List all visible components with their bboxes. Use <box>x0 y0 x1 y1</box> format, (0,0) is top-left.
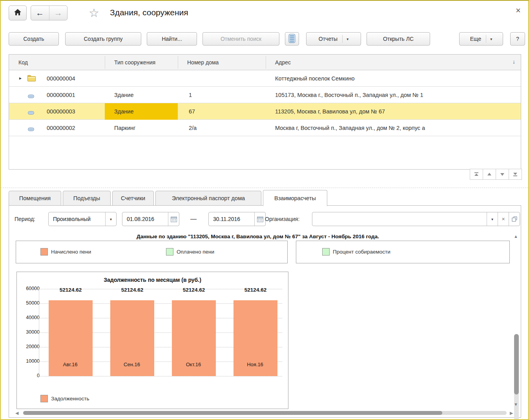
cancel-search-button[interactable]: Отменить поиск <box>202 32 279 46</box>
scroll-to-top-button[interactable] <box>470 169 483 180</box>
forward-button[interactable]: → <box>49 6 67 20</box>
table-row[interactable]: 000000001 Здание 1 105173, Москва г., Во… <box>9 87 521 103</box>
close-icon[interactable]: × <box>516 5 521 16</box>
expand-icon[interactable]: ▸ <box>19 75 22 81</box>
bar-value-label: 52124.62 <box>107 287 158 293</box>
period-select-value: Произвольный <box>49 216 105 222</box>
vertical-scroll-thumb[interactable] <box>514 334 519 394</box>
debt-bar-chart: Задолженность по месяцам (в руб.) 60000 … <box>16 272 288 409</box>
help-button[interactable]: ? <box>510 32 525 46</box>
cell-house-number[interactable]: 2/а <box>189 120 197 136</box>
horizontal-scroll-thumb[interactable] <box>23 411 442 415</box>
open-ls-button[interactable]: Открыть ЛС <box>367 32 430 46</box>
chart-legend-item: Задолженность <box>40 395 89 402</box>
home-button[interactable] <box>9 5 27 20</box>
collection-color-swatch <box>322 248 330 256</box>
tab-entrances[interactable]: Подъезды <box>63 191 111 206</box>
create-group-button[interactable]: Создать группу <box>65 32 141 46</box>
column-separator <box>178 56 178 69</box>
x-tick-label: Сен.16 <box>110 362 154 367</box>
table-row-selected[interactable]: 000000003 Здание 67 113205, Москва г, Ва… <box>9 103 521 120</box>
scrollbar-up-icon[interactable]: ▲ <box>514 234 518 239</box>
vertical-scrollbar[interactable]: ▲ ▼ <box>512 234 521 409</box>
period-dropdown-icon[interactable]: ▾ <box>105 212 116 226</box>
legend-item-paid: Оплачено пени <box>166 248 214 256</box>
scrollbar-right-icon[interactable]: ▶ <box>510 411 513 416</box>
buildings-table: Код Тип сооружения Номер дома Адрес ↓ ▸ … <box>9 54 521 170</box>
calendar-icon[interactable] <box>168 212 179 226</box>
organization-label: Организация: <box>265 216 299 222</box>
cell-type[interactable]: Здание <box>114 87 133 103</box>
more-dropdown-icon[interactable]: ▾ <box>486 35 492 43</box>
cancel-search-button-label: Отменить поиск <box>221 36 261 42</box>
y-tick-label: 50000 <box>19 300 40 306</box>
debt-color-swatch <box>40 395 48 402</box>
pane-splitter[interactable] <box>1 188 528 188</box>
cell-code[interactable]: 000000001 <box>47 87 75 103</box>
organization-field[interactable]: ▾ × <box>312 212 520 226</box>
table-row-group[interactable]: ▸ 000000004 Коттеджный поселок Семкино <box>9 70 521 87</box>
reports-button[interactable]: Отчеты ▾ <box>306 32 361 46</box>
back-button[interactable]: ← <box>31 6 49 20</box>
column-header-house-number[interactable]: Номер дома <box>178 55 266 70</box>
favorite-star-icon[interactable]: ☆ <box>89 6 99 20</box>
sort-desc-icon[interactable]: ↓ <box>513 58 515 65</box>
building-item-icon <box>28 126 34 132</box>
cell-address[interactable]: Москва г, Восточный п., Западная ул., до… <box>275 120 425 136</box>
calendar-icon[interactable] <box>254 212 265 226</box>
x-tick-label: Авг.16 <box>48 362 92 367</box>
column-header-code[interactable]: Код <box>9 55 105 70</box>
cell-type[interactable]: Паркинг <box>114 120 135 136</box>
period-select[interactable]: Произвольный ▾ <box>48 212 117 226</box>
accrued-color-swatch <box>40 248 48 256</box>
scroll-to-bottom-button[interactable] <box>509 169 522 180</box>
cell-house-number[interactable]: 1 <box>189 87 192 103</box>
more-button[interactable]: Еще ▾ <box>459 32 503 46</box>
tab-premises[interactable]: Помещения <box>9 191 61 206</box>
scroll-down-button[interactable] <box>496 169 509 180</box>
column-separator <box>105 56 105 69</box>
column-header-type[interactable]: Тип сооружения <box>105 55 178 70</box>
date-to-value: 30.11.2016 <box>209 216 254 222</box>
cell-type[interactable]: Здание <box>114 103 133 120</box>
date-to-field[interactable]: 30.11.2016 <box>208 212 266 226</box>
cell-address[interactable]: Коттеджный поселок Семкино <box>275 70 355 87</box>
building-item-icon <box>28 93 34 99</box>
cell-code[interactable]: 000000002 <box>47 120 75 136</box>
bar-value-label: 52124.62 <box>168 287 219 293</box>
cell-code[interactable]: 000000004 <box>47 70 75 87</box>
list-settings-button[interactable] <box>285 32 299 46</box>
horizontal-scroll-track[interactable] <box>23 411 507 415</box>
column-separator <box>266 56 266 69</box>
scroll-up-button[interactable] <box>483 169 496 180</box>
y-tick-label: 0 <box>19 373 40 378</box>
debt-series-label: Задолженность <box>51 396 89 402</box>
tab-settlements[interactable]: Взаиморасчеты <box>263 190 327 206</box>
bar-value-label: 52124.62 <box>230 287 281 293</box>
open-in-new-icon[interactable] <box>509 212 520 226</box>
tab-meters[interactable]: Счетчики <box>112 191 154 206</box>
scrollbar-left-icon[interactable]: ◀ <box>15 411 18 416</box>
organization-dropdown-icon[interactable]: ▾ <box>487 212 498 226</box>
organization-clear-icon[interactable]: × <box>498 212 509 226</box>
find-button[interactable]: Найти... <box>147 32 197 46</box>
create-group-button-label: Создать группу <box>84 36 123 42</box>
report-header: Данные по зданию "113205, Москва г, Вави… <box>15 234 501 239</box>
list-icon <box>288 34 296 44</box>
reports-dropdown-icon[interactable]: ▾ <box>342 35 348 43</box>
date-range-dash: — <box>190 215 197 223</box>
cell-address[interactable]: 105173, Москва г., Восточный п., Западна… <box>275 87 423 103</box>
home-icon <box>14 9 22 17</box>
tab-electronic-passport[interactable]: Электронный паспорт дома <box>155 191 261 206</box>
cell-house-number[interactable]: 67 <box>189 103 195 120</box>
cell-address[interactable]: 113205, Москва г, Вавилова ул, дом № 67 <box>275 103 385 120</box>
date-from-field[interactable]: 01.08.2016 <box>122 212 179 226</box>
back-icon: ← <box>36 8 44 18</box>
table-row[interactable]: 000000002 Паркинг 2/а Москва г, Восточны… <box>9 120 521 136</box>
horizontal-scrollbar[interactable]: ◀ ▶ <box>15 410 515 416</box>
scrollbar-down-icon[interactable]: ▼ <box>514 402 518 407</box>
y-tick-label: 40000 <box>19 315 40 320</box>
column-header-address[interactable]: Адрес <box>266 55 505 70</box>
create-button[interactable]: Создать <box>9 32 59 46</box>
cell-code[interactable]: 000000003 <box>47 103 75 120</box>
